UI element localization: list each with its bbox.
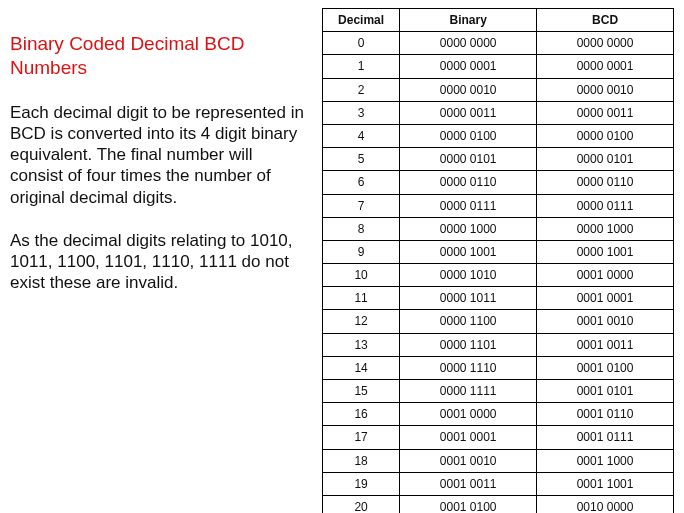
cell-decimal: 16 [323, 403, 400, 426]
cell-bcd: 0001 0100 [537, 356, 674, 379]
cell-bcd: 0000 1001 [537, 240, 674, 263]
table-row: 190001 00110001 1001 [323, 472, 674, 495]
table-row: 170001 00010001 0111 [323, 426, 674, 449]
col-header-decimal: Decimal [323, 9, 400, 32]
col-header-bcd: BCD [537, 9, 674, 32]
cell-binary: 0001 0011 [400, 472, 537, 495]
paragraph-2: As the decimal digits relating to 1010, … [10, 230, 306, 294]
cell-decimal: 13 [323, 333, 400, 356]
cell-binary: 0000 1011 [400, 287, 537, 310]
cell-bcd: 0000 0100 [537, 124, 674, 147]
cell-bcd: 0000 1000 [537, 217, 674, 240]
cell-decimal: 1 [323, 55, 400, 78]
cell-binary: 0000 1000 [400, 217, 537, 240]
table-row: 100000 10100001 0000 [323, 264, 674, 287]
table-row: 140000 11100001 0100 [323, 356, 674, 379]
cell-bcd: 0000 0111 [537, 194, 674, 217]
cell-decimal: 7 [323, 194, 400, 217]
cell-decimal: 8 [323, 217, 400, 240]
cell-binary: 0000 0100 [400, 124, 537, 147]
table-row: 10000 00010000 0001 [323, 55, 674, 78]
cell-binary: 0000 1001 [400, 240, 537, 263]
cell-decimal: 6 [323, 171, 400, 194]
table-row: 30000 00110000 0011 [323, 101, 674, 124]
cell-decimal: 3 [323, 101, 400, 124]
cell-bcd: 0001 0110 [537, 403, 674, 426]
table-row: 60000 01100000 0110 [323, 171, 674, 194]
cell-bcd: 0001 1001 [537, 472, 674, 495]
cell-decimal: 15 [323, 380, 400, 403]
col-header-binary: Binary [400, 9, 537, 32]
cell-decimal: 2 [323, 78, 400, 101]
table-row: 80000 10000000 1000 [323, 217, 674, 240]
cell-binary: 0000 0000 [400, 32, 537, 55]
cell-bcd: 0001 0001 [537, 287, 674, 310]
page-title: Binary Coded Decimal BCD Numbers [10, 32, 306, 80]
cell-binary: 0000 0011 [400, 101, 537, 124]
table-row: 110000 10110001 0001 [323, 287, 674, 310]
table-row: 120000 11000001 0010 [323, 310, 674, 333]
table-row: 200001 01000010 0000 [323, 495, 674, 513]
table-row: 50000 01010000 0101 [323, 148, 674, 171]
table-row: 00000 00000000 0000 [323, 32, 674, 55]
paragraph-1: Each decimal digit to be represented in … [10, 102, 306, 208]
cell-bcd: 0001 0000 [537, 264, 674, 287]
cell-binary: 0000 1110 [400, 356, 537, 379]
cell-decimal: 20 [323, 495, 400, 513]
table-row: 130000 11010001 0011 [323, 333, 674, 356]
cell-bcd: 0001 1000 [537, 449, 674, 472]
cell-binary: 0001 0010 [400, 449, 537, 472]
table-row: 40000 01000000 0100 [323, 124, 674, 147]
cell-binary: 0000 1101 [400, 333, 537, 356]
cell-binary: 0000 0110 [400, 171, 537, 194]
cell-decimal: 17 [323, 426, 400, 449]
cell-binary: 0000 0111 [400, 194, 537, 217]
cell-bcd: 0000 0010 [537, 78, 674, 101]
cell-binary: 0000 0101 [400, 148, 537, 171]
cell-binary: 0000 1100 [400, 310, 537, 333]
cell-decimal: 12 [323, 310, 400, 333]
cell-decimal: 9 [323, 240, 400, 263]
cell-binary: 0001 0000 [400, 403, 537, 426]
cell-bcd: 0000 0001 [537, 55, 674, 78]
cell-binary: 0000 1111 [400, 380, 537, 403]
cell-binary: 0000 0010 [400, 78, 537, 101]
table-row: 150000 11110001 0101 [323, 380, 674, 403]
cell-bcd: 0001 0011 [537, 333, 674, 356]
cell-decimal: 0 [323, 32, 400, 55]
cell-bcd: 0000 0000 [537, 32, 674, 55]
cell-decimal: 19 [323, 472, 400, 495]
cell-bcd: 0001 0101 [537, 380, 674, 403]
table-row: 180001 00100001 1000 [323, 449, 674, 472]
cell-bcd: 0001 0111 [537, 426, 674, 449]
table-row: 160001 00000001 0110 [323, 403, 674, 426]
cell-binary: 0001 0100 [400, 495, 537, 513]
cell-bcd: 0010 0000 [537, 495, 674, 513]
table-row: 90000 10010000 1001 [323, 240, 674, 263]
cell-decimal: 14 [323, 356, 400, 379]
cell-bcd: 0000 0110 [537, 171, 674, 194]
text-column: Binary Coded Decimal BCD Numbers Each de… [10, 8, 306, 316]
cell-decimal: 10 [323, 264, 400, 287]
table-row: 20000 00100000 0010 [323, 78, 674, 101]
cell-decimal: 4 [323, 124, 400, 147]
page: Binary Coded Decimal BCD Numbers Each de… [10, 8, 674, 513]
cell-decimal: 5 [323, 148, 400, 171]
table-row: 70000 01110000 0111 [323, 194, 674, 217]
cell-binary: 0000 1010 [400, 264, 537, 287]
cell-bcd: 0000 0011 [537, 101, 674, 124]
cell-binary: 0000 0001 [400, 55, 537, 78]
cell-decimal: 11 [323, 287, 400, 310]
cell-bcd: 0000 0101 [537, 148, 674, 171]
table-column: Decimal Binary BCD 00000 00000000 000010… [322, 8, 674, 513]
table-header-row: Decimal Binary BCD [323, 9, 674, 32]
bcd-table: Decimal Binary BCD 00000 00000000 000010… [322, 8, 674, 513]
cell-decimal: 18 [323, 449, 400, 472]
cell-binary: 0001 0001 [400, 426, 537, 449]
cell-bcd: 0001 0010 [537, 310, 674, 333]
